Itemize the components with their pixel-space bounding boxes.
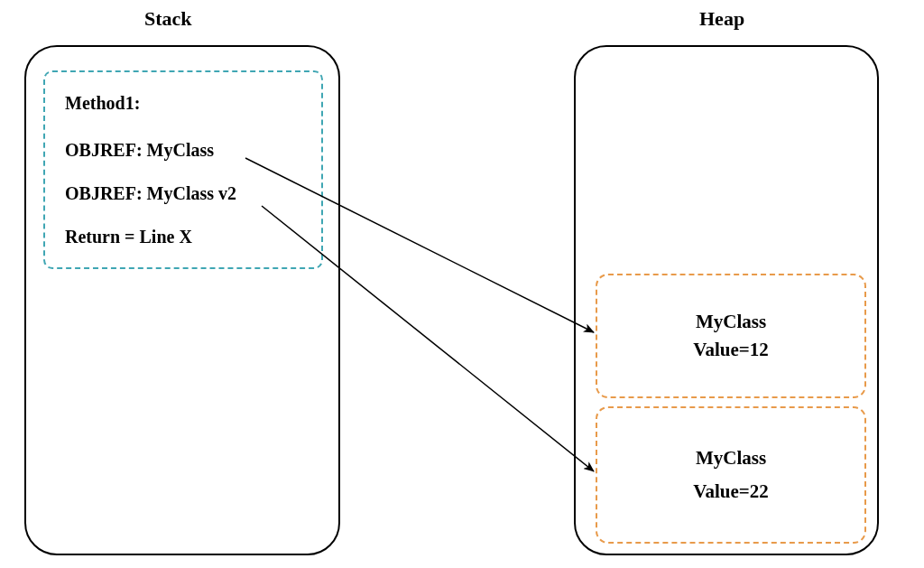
stack-frame-method1: Method1: OBJREF: MyClass OBJREF: MyClass… (43, 70, 323, 269)
heap-object-2-class: MyClass (696, 444, 766, 473)
stack-objref-1: OBJREF: MyClass (65, 139, 305, 161)
heap-object-1: MyClass Value=12 (596, 274, 866, 398)
heap-object-1-value: Value=12 (693, 336, 769, 365)
heap-object-2: MyClass Value=22 (596, 406, 866, 544)
stack-title: Stack (144, 7, 192, 31)
heap-object-2-value: Value=22 (693, 478, 769, 507)
stack-return-line: Return = Line X (65, 226, 305, 247)
stack-objref-2: OBJREF: MyClass v2 (65, 182, 305, 204)
stack-method-label: Method1: (65, 92, 305, 114)
heap-object-1-class: MyClass (696, 308, 766, 337)
heap-title: Heap (699, 7, 744, 31)
